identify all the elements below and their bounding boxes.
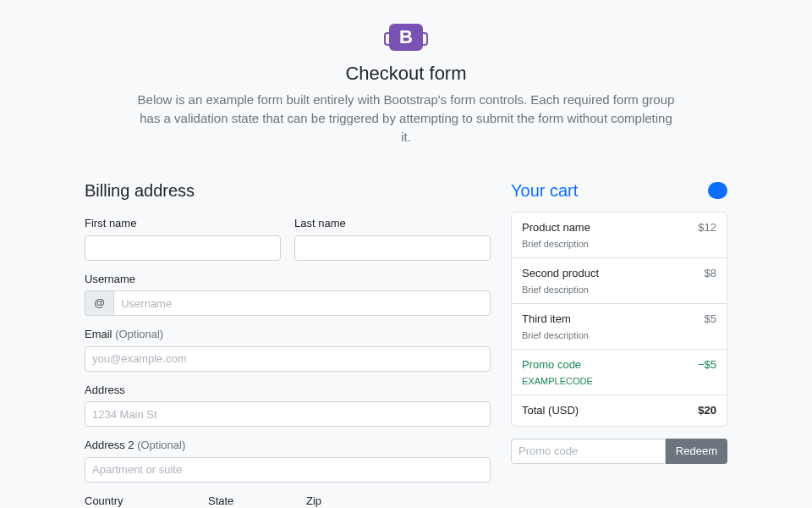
state-label: State: [208, 493, 293, 508]
address2-label: Address 2 (Optional): [85, 437, 491, 454]
redeem-button[interactable]: Redeem: [666, 439, 727, 464]
email-label: Email (Optional): [85, 326, 491, 343]
cart-item: Second product Brief description $8: [512, 258, 727, 304]
page-title: Checkout form: [85, 59, 727, 87]
cart-item-desc: Brief description: [522, 283, 599, 297]
cart-heading: Your cart: [511, 178, 578, 203]
address-label: Address: [85, 382, 491, 399]
cart-count-badge: 3: [708, 182, 727, 199]
billing-heading: Billing address: [85, 178, 491, 203]
cart-item-desc: Brief description: [522, 329, 589, 343]
cart-item-price: $8: [705, 265, 716, 296]
cart-total: Total (USD) $20: [512, 395, 727, 426]
cart-item-name: Product name: [522, 219, 590, 236]
first-name-input[interactable]: [85, 235, 281, 261]
last-name-label: Last name: [294, 215, 491, 232]
cart-item-price: $12: [698, 219, 716, 251]
bootstrap-logo-icon: B: [389, 24, 423, 51]
cart-total-price: $20: [698, 402, 716, 419]
cart-item-name: Third item: [522, 311, 589, 328]
address-input[interactable]: [85, 401, 491, 427]
cart-item-desc: Brief description: [522, 237, 590, 251]
cart-promo-name: Promo code: [522, 356, 593, 373]
username-addon: @: [85, 290, 113, 316]
cart-item-price: $5: [705, 311, 716, 342]
cart-item-name: Second product: [522, 265, 599, 282]
cart-total-label: Total (USD): [522, 402, 579, 419]
cart-list: Product name Brief description $12 Secon…: [511, 212, 727, 427]
last-name-input[interactable]: [294, 235, 491, 261]
username-label: Username: [85, 271, 491, 288]
cart-promo-price: −$5: [698, 356, 716, 388]
page-lead: Below is an example form built entirely …: [135, 91, 677, 146]
country-label: Country: [85, 493, 195, 508]
promo-code-input[interactable]: [511, 439, 666, 464]
zip-label: Zip: [306, 493, 365, 508]
cart-item: Third item Brief description $5: [512, 304, 727, 350]
email-input[interactable]: [85, 346, 491, 372]
cart-promo-code: EXAMPLECODE: [522, 374, 593, 389]
address2-input[interactable]: [85, 457, 491, 483]
first-name-label: First name: [85, 215, 281, 232]
username-input[interactable]: [113, 290, 491, 316]
cart-promo: Promo code EXAMPLECODE −$5: [512, 350, 727, 395]
cart-item: Product name Brief description $12: [512, 213, 727, 258]
